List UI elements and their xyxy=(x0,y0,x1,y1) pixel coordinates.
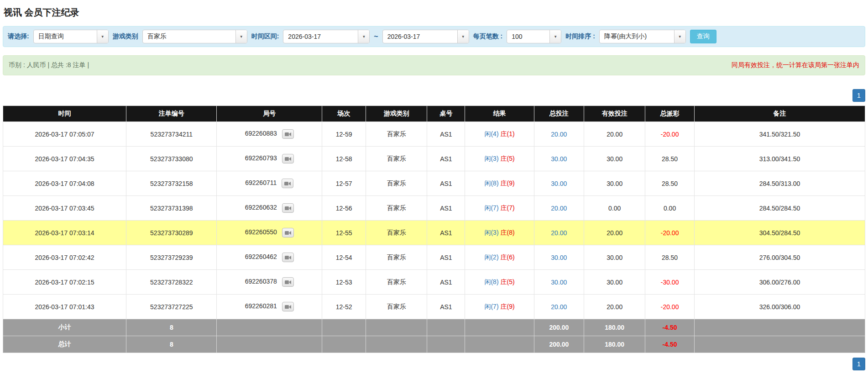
total-row: 总计 8 200.00 180.00 -4.50 xyxy=(3,336,865,353)
round-cell: 692260550 xyxy=(217,221,322,245)
total-bet-cell: 20.00 xyxy=(534,196,584,221)
video-replay-icon[interactable] xyxy=(282,154,294,163)
video-replay-icon[interactable] xyxy=(282,129,294,139)
result-cell: 闲(7) 庄(7) xyxy=(465,196,534,221)
bet-id-cell: 523273729239 xyxy=(126,245,217,270)
game-type-combobox[interactable]: 百家乐 ▼ xyxy=(142,30,247,43)
video-replay-icon[interactable] xyxy=(282,228,294,237)
bet-id-cell: 523273732158 xyxy=(126,171,217,196)
banker-result: 庄(1) xyxy=(500,130,514,137)
player-result: 闲(2) xyxy=(484,253,498,261)
round-cell: 692260711 xyxy=(217,171,322,196)
time-cell: 2026-03-17 07:03:14 xyxy=(3,221,126,245)
total-bet-cell: 30.00 xyxy=(534,270,584,295)
pagination-top: 1 xyxy=(3,89,865,102)
table-no-cell: AS1 xyxy=(427,221,465,245)
table-no-cell: AS1 xyxy=(427,122,465,147)
video-replay-icon[interactable] xyxy=(282,203,294,213)
page: 视讯 会员下注纪录 请选择: 日期查询 ▼ 游戏类别 百家乐 ▼ 时间区间: 2… xyxy=(0,0,868,375)
result-cell: 闲(3) 庄(5) xyxy=(465,147,534,171)
chevron-down-icon[interactable]: ▼ xyxy=(674,30,685,43)
header-result: 结果 xyxy=(465,106,534,122)
valid-bet-cell: 20.00 xyxy=(584,295,645,319)
total-bet-cell: 20.00 xyxy=(534,295,584,319)
banker-result: 庄(9) xyxy=(500,303,514,310)
video-replay-icon[interactable] xyxy=(282,179,293,188)
remark-cell: 284.50/313.00 xyxy=(694,171,865,196)
result-cell: 闲(4) 庄(1) xyxy=(465,122,534,147)
total-bet-link[interactable]: 30.00 xyxy=(551,180,567,187)
total-bet-link[interactable]: 30.00 xyxy=(551,279,567,286)
chevron-down-icon[interactable]: ▼ xyxy=(97,30,108,43)
date-from-combobox[interactable]: 2026-03-17 ▼ xyxy=(283,30,370,43)
remark-cell: 341.50/321.50 xyxy=(694,122,865,147)
bet-records-table: 时间 注单编号 局号 场次 游戏类别 桌号 结果 总投注 有效投注 总派彩 备注… xyxy=(3,105,865,353)
player-result: 闲(8) xyxy=(484,179,498,187)
remark-cell: 326.00/306.00 xyxy=(694,295,865,319)
table-no-cell: AS1 xyxy=(427,295,465,319)
page-size-label: 每页笔数 : xyxy=(473,32,503,41)
chevron-down-icon[interactable]: ▼ xyxy=(457,30,469,43)
page-1-button[interactable]: 1 xyxy=(852,358,865,370)
banker-result: 庄(5) xyxy=(500,278,514,285)
total-bet-link[interactable]: 20.00 xyxy=(551,303,567,311)
table-body: 2026-03-17 07:05:07 523273734211 6922608… xyxy=(3,122,865,319)
total-bet-link[interactable]: 20.00 xyxy=(551,131,567,138)
bet-id-cell: 523273730289 xyxy=(126,221,217,245)
round-cell: 692260883 xyxy=(217,122,322,147)
subtotal-count-cell: 8 xyxy=(126,319,217,336)
total-bet-link[interactable]: 30.00 xyxy=(551,254,567,261)
header-table-no: 桌号 xyxy=(427,106,465,122)
round-id: 692260793 xyxy=(245,154,277,162)
date-to-combobox[interactable]: 2026-03-17 ▼ xyxy=(382,30,469,43)
query-type-value: 日期查询 xyxy=(34,30,97,43)
valid-bet-cell: 30.00 xyxy=(584,245,645,270)
table-row: 2026-03-17 07:05:07 523273734211 6922608… xyxy=(3,122,865,147)
player-result: 闲(3) xyxy=(484,229,498,236)
total-bet-link[interactable]: 20.00 xyxy=(551,229,567,237)
session-cell: 12-57 xyxy=(322,171,366,196)
time-cell: 2026-03-17 07:01:43 xyxy=(3,295,126,319)
game-type-cell: 百家乐 xyxy=(366,221,427,245)
banker-result: 庄(7) xyxy=(500,204,514,211)
page-title: 视讯 会员下注纪录 xyxy=(4,6,864,19)
chevron-down-icon[interactable]: ▼ xyxy=(549,30,561,43)
page-size-combobox[interactable]: 100 ▼ xyxy=(507,30,561,43)
bet-id-cell: 523273733080 xyxy=(126,147,217,171)
session-cell: 12-59 xyxy=(322,122,366,147)
payout-cell: -30.00 xyxy=(645,270,695,295)
query-type-combobox[interactable]: 日期查询 ▼ xyxy=(33,30,109,43)
total-valid-bet-cell: 180.00 xyxy=(584,336,645,353)
subtotal-total-bet-cell: 200.00 xyxy=(534,319,584,336)
video-replay-icon[interactable] xyxy=(282,253,294,262)
banker-result: 庄(5) xyxy=(500,155,514,162)
pagination-bottom: 1 xyxy=(3,358,865,370)
query-button[interactable]: 查询 xyxy=(690,30,716,43)
chevron-down-icon[interactable]: ▼ xyxy=(235,30,247,43)
remark-cell: 313.00/341.50 xyxy=(694,147,865,171)
page-1-button[interactable]: 1 xyxy=(852,89,865,102)
player-result: 闲(3) xyxy=(484,155,498,162)
round-id: 692260462 xyxy=(245,253,277,260)
date-from-value: 2026-03-17 xyxy=(283,30,358,43)
time-cell: 2026-03-17 07:02:15 xyxy=(3,270,126,295)
header-total-bet: 总投注 xyxy=(534,106,584,122)
filter-bar: 请选择: 日期查询 ▼ 游戏类别 百家乐 ▼ 时间区间: 2026-03-17 … xyxy=(3,26,865,47)
round-id: 692260281 xyxy=(245,302,277,310)
valid-bet-cell: 0.00 xyxy=(584,196,645,221)
total-bet-link[interactable]: 20.00 xyxy=(551,205,567,212)
subtotal-label-cell: 小计 xyxy=(3,319,126,336)
header-bet-id: 注单编号 xyxy=(126,106,217,122)
total-bet-link[interactable]: 30.00 xyxy=(551,155,567,163)
date-range-separator: ~ xyxy=(374,32,378,41)
video-replay-icon[interactable] xyxy=(282,302,294,311)
page-size-value: 100 xyxy=(507,30,549,43)
payout-cell: 28.50 xyxy=(645,171,695,196)
time-sort-combobox[interactable]: 降幂(由大到小) ▼ xyxy=(599,30,686,43)
chevron-down-icon[interactable]: ▼ xyxy=(358,30,369,43)
time-cell: 2026-03-17 07:02:42 xyxy=(3,245,126,270)
header-game-type: 游戏类别 xyxy=(366,106,427,122)
round-id: 692260883 xyxy=(245,130,277,137)
table-no-cell: AS1 xyxy=(427,245,465,270)
video-replay-icon[interactable] xyxy=(282,277,294,287)
